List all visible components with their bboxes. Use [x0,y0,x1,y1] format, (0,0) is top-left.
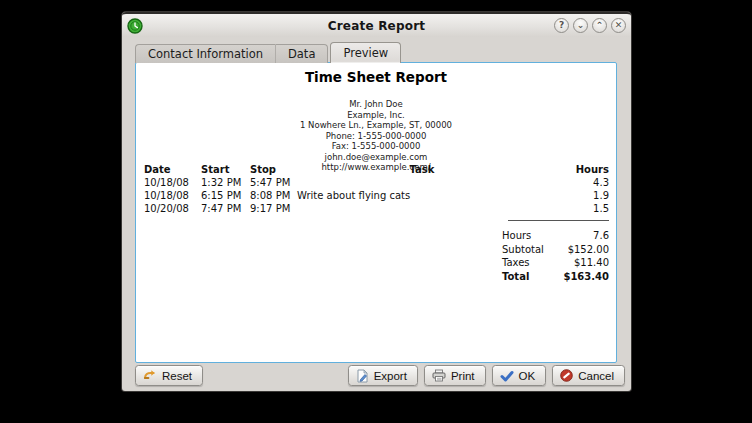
ok-label: OK [519,370,536,382]
col-header-date: Date [144,163,201,176]
contact-line: 1 Nowhere Ln., Example, ST, 00000 [136,120,616,131]
cell-task [294,202,547,215]
tab-preview[interactable]: Preview [330,42,401,63]
table-row: 10/18/08 6:15 PM 8:08 PM Write about fly… [136,189,616,202]
cell-hours: 4.3 [547,176,609,189]
totals-block: Hours 7.6 Subtotal $152.00 Taxes $11.40 … [502,229,609,283]
contact-line: Phone: 1-555-000-0000 [136,131,616,142]
help-button[interactable]: ? [554,18,569,33]
export-button[interactable]: Export [348,365,418,386]
totals-label: Total [502,270,529,284]
col-header-start: Start [201,163,250,176]
dialog-actions: Export Print OK [348,365,625,386]
totals-value: 7.6 [593,229,609,243]
cell-start: 6:15 PM [201,189,250,202]
cancel-button[interactable]: Cancel [552,365,625,386]
cell-start: 7:47 PM [201,202,250,215]
cell-stop: 5:47 PM [250,176,294,189]
titlebar[interactable]: Create Report ? ⌄ ⌃ ✕ [122,12,631,37]
tab-bar: Contact Information Data Preview [135,43,401,63]
totals-value: $152.00 [568,243,609,257]
contact-line: Example, Inc. [136,110,616,121]
reset-label: Reset [162,370,192,382]
button-bar: Reset Export Print [135,365,625,386]
totals-label: Taxes [502,256,530,270]
print-button[interactable]: Print [424,365,486,386]
ok-button[interactable]: OK [492,365,547,386]
contact-line: Fax: 1-555-000-0000 [136,141,616,152]
cancel-label: Cancel [578,370,614,382]
app-clock-icon [127,18,143,34]
reset-button[interactable]: Reset [135,365,203,386]
totals-value: $163.40 [563,270,609,284]
cell-start: 1:32 PM [201,176,250,189]
cell-hours: 1.5 [547,202,609,215]
col-header-stop: Stop [250,163,294,176]
export-label: Export [374,370,407,382]
cell-date: 10/20/08 [144,202,201,215]
table-header-row: Date Start Stop Task Hours [136,163,616,176]
cell-stop: 9:17 PM [250,202,294,215]
timesheet-table: Date Start Stop Task Hours 10/18/08 1:32… [136,163,616,215]
tab-data[interactable]: Data [275,44,328,63]
undo-icon [143,369,157,382]
totals-row: Subtotal $152.00 [502,243,609,257]
cell-stop: 8:08 PM [250,189,294,202]
table-row: 10/18/08 1:32 PM 5:47 PM 4.3 [136,176,616,189]
close-button[interactable]: ✕ [611,18,626,33]
check-icon [500,370,514,382]
report-title: Time Sheet Report [136,69,616,85]
window-controls: ? ⌄ ⌃ ✕ [554,18,626,33]
tab-contact-information[interactable]: Contact Information [135,44,275,63]
cancel-icon [560,369,573,382]
totals-row: Total $163.40 [502,270,609,284]
printer-icon [432,369,446,382]
totals-row: Taxes $11.40 [502,256,609,270]
contact-block: Mr. John DoeExample, Inc.1 Nowhere Ln., … [136,99,616,173]
col-header-hours: Hours [547,163,609,176]
table-body: 10/18/08 1:32 PM 5:47 PM 4.3 10/18/08 6:… [136,176,616,215]
print-label: Print [451,370,475,382]
cell-date: 10/18/08 [144,189,201,202]
totals-value: $11.40 [574,256,609,270]
export-document-icon [356,369,369,383]
cell-hours: 1.9 [547,189,609,202]
contact-line: john.doe@example.com [136,152,616,163]
totals-label: Subtotal [502,243,544,257]
col-header-task: Task [294,163,547,176]
minimize-button[interactable]: ⌄ [573,18,588,33]
cell-task: Write about flying cats [294,189,547,202]
cell-task [294,176,547,189]
contact-line: Mr. John Doe [136,99,616,110]
create-report-window: Create Report ? ⌄ ⌃ ✕ Contact Informatio… [122,12,631,391]
totals-divider [508,220,609,221]
totals-row: Hours 7.6 [502,229,609,243]
report-preview-pane: Time Sheet Report Mr. John DoeExample, I… [135,62,617,363]
table-row: 10/20/08 7:47 PM 9:17 PM 1.5 [136,202,616,215]
cell-date: 10/18/08 [144,176,201,189]
maximize-button[interactable]: ⌃ [592,18,607,33]
totals-label: Hours [502,229,531,243]
